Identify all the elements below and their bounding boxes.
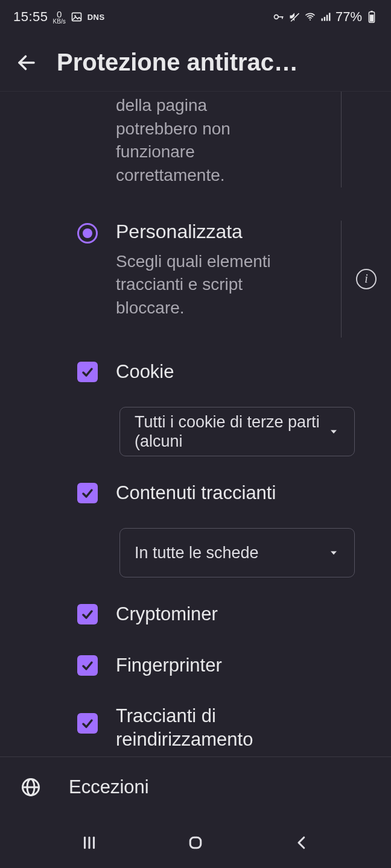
checkmark-icon — [80, 716, 95, 731]
chevron-down-icon — [328, 426, 340, 438]
mute-icon — [288, 11, 300, 23]
app-header: Protezione antitrac… — [0, 34, 391, 92]
checkmark-icon — [80, 658, 95, 673]
signal-icon — [320, 11, 332, 23]
dns-indicator: DNS — [87, 13, 105, 22]
option-cryptominer-label: Cryptominer — [116, 603, 355, 626]
page-title: Protezione antitrac… — [57, 49, 377, 76]
svg-rect-14 — [370, 14, 374, 21]
status-bar-right: 77% — [273, 9, 378, 25]
exceptions-label: Eccezioni — [69, 776, 149, 798]
svg-marker-16 — [331, 430, 337, 434]
option-cryptominer[interactable]: Cryptominer — [0, 586, 391, 637]
svg-rect-8 — [321, 19, 323, 21]
image-icon — [71, 11, 83, 23]
checkmark-icon — [80, 607, 95, 621]
exceptions-row[interactable]: Eccezioni — [0, 756, 391, 817]
option-tracking-content-label: Contenuti traccianti — [116, 482, 355, 505]
svg-point-2 — [274, 15, 278, 19]
checkbox-cryptominer[interactable] — [77, 604, 98, 624]
status-bar-left: 15:55 0 KB/s DNS — [13, 9, 105, 25]
option-fingerprinter[interactable]: Fingerprinter — [0, 637, 391, 688]
checkbox-tracking-content[interactable] — [77, 483, 98, 503]
svg-point-7 — [310, 19, 311, 20]
back-nav-button[interactable] — [287, 828, 317, 858]
dropdown-tracking-content[interactable]: In tutte le schede — [119, 528, 355, 577]
option-cookie-label: Cookie — [116, 360, 355, 384]
checkmark-icon — [80, 486, 95, 500]
custom-option-title: Personalizzata — [116, 221, 334, 243]
status-time: 15:55 — [13, 9, 48, 25]
svg-marker-17 — [331, 551, 337, 555]
previous-option-description: della pagina potrebbero non funzionare c… — [0, 92, 342, 187]
custom-option-description: Scegli quali elementi traccianti e scrip… — [116, 250, 334, 320]
content-scroll[interactable]: della pagina potrebbero non funzionare c… — [0, 92, 391, 756]
info-icon[interactable]: i — [356, 269, 377, 289]
svg-rect-9 — [324, 17, 326, 21]
vpn-key-icon — [273, 11, 285, 23]
chevron-down-icon — [328, 547, 340, 559]
checkmark-icon — [80, 365, 95, 379]
protection-level-custom[interactable]: Personalizzata Scegli quali elementi tra… — [0, 187, 391, 338]
dropdown-cookie-value: Tutti i cookie di terze parti (alcuni — [135, 412, 320, 451]
radio-control[interactable] — [0, 221, 116, 244]
svg-rect-24 — [190, 837, 201, 848]
option-fingerprinter-label: Fingerprinter — [116, 654, 355, 678]
option-redirect-trackers-label: Traccianti di reindirizzamento — [116, 705, 355, 752]
wifi-icon — [304, 11, 316, 23]
globe-icon — [19, 776, 42, 799]
svg-rect-11 — [329, 13, 331, 20]
option-cookie[interactable]: Cookie — [0, 350, 391, 395]
status-bar: 15:55 0 KB/s DNS 77% — [0, 0, 391, 34]
svg-rect-13 — [370, 11, 373, 12]
system-navigation-bar — [0, 817, 391, 868]
home-button[interactable] — [180, 828, 211, 858]
svg-rect-4 — [282, 16, 283, 19]
network-speed-indicator: 0 KB/s — [53, 10, 66, 25]
checkbox-cookie[interactable] — [77, 362, 98, 382]
recents-button[interactable] — [74, 828, 104, 858]
battery-percent: 77% — [335, 9, 362, 25]
option-redirect-trackers[interactable]: Traccianti di reindirizzamento — [0, 688, 391, 756]
svg-rect-10 — [326, 15, 328, 21]
radio-selected-icon — [77, 223, 98, 244]
checkbox-fingerprinter[interactable] — [77, 655, 98, 676]
checkbox-redirect-trackers[interactable] — [77, 713, 98, 734]
battery-icon — [366, 11, 378, 23]
dropdown-cookie[interactable]: Tutti i cookie di terze parti (alcuni — [119, 407, 355, 456]
option-tracking-content[interactable]: Contenuti traccianti — [0, 465, 391, 516]
back-button[interactable] — [14, 51, 39, 75]
dropdown-tracking-content-value: In tutte le schede — [135, 543, 320, 562]
